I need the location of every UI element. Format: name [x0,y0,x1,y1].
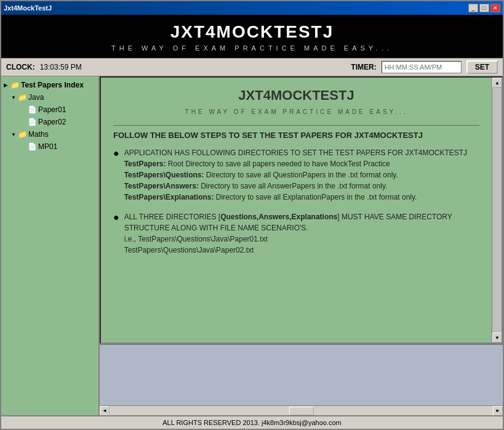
close-button[interactable]: ✕ [490,4,500,12]
content-divider [113,125,479,126]
java-expand-icon: ▼ [11,95,16,100]
bullet-dot: ● [113,211,119,223]
list-item: ● ALL THREE DIRECTORIES [Questions,Answe… [113,211,479,256]
tree-item-mp01[interactable]: MP01 [1,140,98,153]
tree-root: ▶ Test Papers Index ▼ Java Paper01 [1,79,98,153]
java-label: Java [28,93,44,102]
scroll-right-arrow[interactable]: ► [493,406,503,416]
scroll-down-arrow[interactable]: ▼ [492,333,502,343]
list-item: ● APPLICATION HAS FOLLOWING DIRECTORIES … [113,147,479,203]
header-subtitle: THE WAY OF EXAM PRACTICE MADE EASY... [1,44,503,52]
footer-text: ALL RIGHTS RESERVED 2013. j4k8m3r9kbsj@y… [162,419,342,426]
paper02-label: Paper02 [38,118,66,126]
h-scroll-track[interactable] [110,406,493,416]
tree-item-paper02[interactable]: Paper02 [1,116,98,128]
tree-item-paper01[interactable]: Paper01 [1,103,98,116]
bottom-panel [100,344,503,405]
toolbar: CLOCK: 13:03:59 PM TIMER: SET [1,58,503,76]
bullet-content-1: APPLICATION HAS FOLLOWING DIRECTORIES TO… [124,147,467,203]
h-scroll-thumb[interactable] [289,407,314,415]
tree-root-item[interactable]: ▶ Test Papers Index [1,79,98,91]
maximize-button[interactable]: □ [479,4,489,12]
window-controls: _ □ ✕ [468,4,500,12]
vertical-scrollbar[interactable]: ▲ ▼ [492,78,502,343]
paper02-file-icon [27,117,37,127]
scroll-left-arrow[interactable]: ◄ [100,406,110,416]
tree-root-label: Test Papers Index [21,81,84,89]
mp01-label: MP01 [38,142,57,151]
expand-icon: ▶ [4,83,9,88]
footer: ALL RIGHTS RESERVED 2013. j4k8m3r9kbsj@y… [1,415,503,429]
bullet-content-2: ALL THREE DIRECTORIES [Questions,Answers… [124,211,479,256]
content-app-title: JXT4MOCKTESTJ [113,87,479,103]
header-banner: JXT4MOCKTESTJ THE WAY OF EXAM PRACTICE M… [1,15,503,58]
main-window: Jxt4MockTestJ _ □ ✕ JXT4MOCKTESTJ THE WA… [0,0,504,430]
timer-input[interactable] [382,61,462,73]
tree-item-java[interactable]: ▼ Java [1,91,98,103]
maths-folder-icon [17,129,27,139]
window-title: Jxt4MockTestJ [4,4,52,12]
sidebar: ▶ Test Papers Index ▼ Java Paper01 [1,76,100,415]
horizontal-scrollbar[interactable]: ◄ ► [100,405,503,415]
main-area: ▶ Test Papers Index ▼ Java Paper01 [1,76,503,415]
clock-label: CLOCK: [6,63,35,71]
content-heading: FOLLOW THE BELOW STEPS TO SET THE TEST P… [113,131,479,140]
set-button[interactable]: SET [466,60,498,74]
timer-label: TIMER: [351,63,376,71]
scroll-track[interactable] [492,87,502,333]
paper01-label: Paper01 [38,105,66,114]
tree-item-maths[interactable]: ▼ Maths [1,128,98,140]
maths-expand-icon: ▼ [11,132,16,137]
content-app-subtitle: THE WAY OF EXAM PRACTICE MADE EASY... [113,108,479,115]
header-title: JXT4MOCKTESTJ [1,22,503,42]
maths-label: Maths [28,130,49,139]
content-inner: JXT4MOCKTESTJ THE WAY OF EXAM PRACTICE M… [101,78,492,274]
paper01-file-icon [27,105,37,115]
bullet-dot: ● [113,147,119,159]
clock-value: 13:03:59 PM [40,63,82,71]
mp01-file-icon [27,142,37,152]
java-folder-icon [17,92,27,102]
minimize-button[interactable]: _ [468,4,478,12]
scroll-up-arrow[interactable]: ▲ [492,78,502,87]
content-scroll[interactable]: JXT4MOCKTESTJ THE WAY OF EXAM PRACTICE M… [101,78,492,343]
bullet-list: ● APPLICATION HAS FOLLOWING DIRECTORIES … [113,147,479,256]
root-folder-icon [10,80,20,90]
titlebar: Jxt4MockTestJ _ □ ✕ [1,1,503,15]
